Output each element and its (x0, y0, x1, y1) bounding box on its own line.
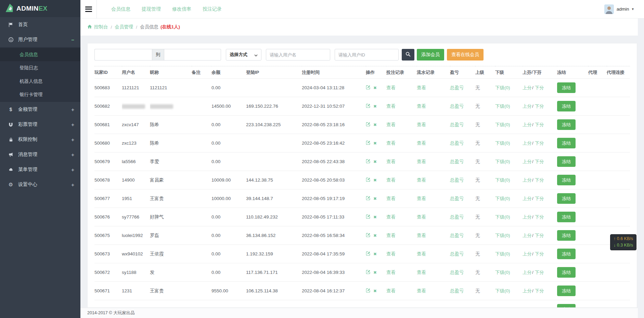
bet-records-link[interactable]: 查看 (386, 288, 396, 293)
subordinate-link[interactable]: 下级(0) (495, 141, 510, 146)
score-up-link[interactable]: 上分 (523, 159, 532, 164)
score-down-link[interactable]: 下分 (535, 122, 544, 127)
edit-icon[interactable] (366, 269, 371, 275)
sidebar-item-home[interactable]: 首页 (0, 17, 80, 32)
sidebar-item-menu-mgmt[interactable]: 菜单管理 + (0, 162, 80, 177)
freeze-button[interactable]: 冻结 (557, 156, 576, 167)
brand-logo[interactable]: ADMINEX (0, 0, 80, 17)
total-profit-link[interactable]: 总盈亏 (450, 288, 464, 293)
breadcrumb-section[interactable]: 会员管理 (115, 24, 133, 30)
score-down-link[interactable]: 下分 (535, 233, 544, 238)
flow-records-link[interactable]: 查看 (417, 233, 426, 238)
bet-records-link[interactable]: 查看 (386, 104, 396, 109)
flow-records-link[interactable]: 查看 (417, 288, 426, 293)
bet-records-link[interactable]: 查看 (386, 85, 396, 90)
freeze-button[interactable]: 冻结 (557, 304, 576, 308)
bet-records-link[interactable]: 查看 (386, 122, 396, 127)
freeze-button[interactable]: 冻结 (557, 267, 576, 278)
edit-icon[interactable] (366, 140, 371, 146)
freeze-button[interactable]: 冻结 (557, 119, 576, 130)
freeze-button[interactable]: 冻结 (557, 230, 576, 241)
subordinate-link[interactable]: 下级(0) (495, 104, 510, 109)
search-button[interactable] (402, 49, 414, 61)
subordinate-link[interactable]: 下级(0) (495, 270, 510, 275)
score-up-link[interactable]: 上分 (523, 177, 532, 183)
freeze-button[interactable]: 冻结 (557, 175, 576, 185)
sidebar-subitem-member-info[interactable]: 会员信息 (0, 48, 80, 61)
score-down-link[interactable]: 下分 (535, 141, 544, 146)
score-down-link[interactable]: 下分 (535, 270, 544, 275)
flow-records-link[interactable]: 查看 (417, 177, 426, 183)
flow-records-link[interactable]: 查看 (417, 104, 426, 109)
scrollbar[interactable] (638, 18, 644, 318)
flow-records-link[interactable]: 查看 (417, 122, 426, 127)
subordinate-link[interactable]: 下级(0) (495, 214, 510, 220)
total-profit-link[interactable]: 总盈亏 (450, 196, 464, 201)
edit-icon[interactable] (366, 251, 371, 257)
flow-records-link[interactable]: 查看 (417, 251, 426, 256)
topnav-link-member-info[interactable]: 会员信息 (111, 6, 130, 12)
score-up-link[interactable]: 上分 (523, 251, 532, 256)
freeze-button[interactable]: 冻结 (557, 193, 576, 204)
score-down-link[interactable]: 下分 (535, 104, 544, 109)
edit-icon[interactable] (366, 122, 371, 128)
score-up-link[interactable]: 上分 (523, 233, 532, 238)
score-up-link[interactable]: 上分 (523, 122, 532, 127)
total-profit-link[interactable]: 总盈亏 (450, 177, 464, 183)
date-from-input[interactable] (94, 49, 152, 61)
sidebar-subitem-robot-info[interactable]: 机器人信息 (0, 75, 80, 88)
flow-records-link[interactable]: 查看 (417, 196, 426, 201)
sidebar-subitem-login-log[interactable]: 登陆日志 (0, 61, 80, 75)
delete-icon[interactable]: ✖ (373, 159, 377, 164)
filter-type-select[interactable]: 选择方式 (226, 49, 261, 61)
score-up-link[interactable]: 上分 (523, 196, 532, 201)
score-down-link[interactable]: 下分 (535, 85, 544, 90)
user-menu[interactable]: admin ▾ (604, 4, 634, 14)
score-up-link[interactable]: 上分 (523, 104, 532, 109)
username-input[interactable] (266, 49, 330, 61)
subordinate-link[interactable]: 下级(0) (495, 159, 510, 164)
userid-input[interactable] (335, 49, 399, 61)
total-profit-link[interactable]: 总盈亏 (450, 214, 464, 220)
sidebar-item-lottery-mgmt[interactable]: 彩票管理 + (0, 117, 80, 132)
edit-icon[interactable] (366, 214, 371, 220)
score-up-link[interactable]: 上分 (523, 141, 532, 146)
menu-toggle-icon[interactable] (80, 0, 97, 18)
bet-records-link[interactable]: 查看 (386, 214, 396, 220)
freeze-button[interactable]: 冻结 (557, 138, 576, 148)
topnav-link-bet-records[interactable]: 投注记录 (203, 6, 222, 12)
total-profit-link[interactable]: 总盈亏 (450, 251, 464, 256)
subordinate-link[interactable]: 下级(0) (495, 288, 510, 293)
score-up-link[interactable]: 上分 (523, 85, 532, 90)
delete-icon[interactable]: ✖ (373, 252, 377, 256)
bet-records-link[interactable]: 查看 (386, 251, 396, 256)
total-profit-link[interactable]: 总盈亏 (450, 233, 464, 238)
flow-records-link[interactable]: 查看 (417, 159, 426, 164)
bet-records-link[interactable]: 查看 (386, 141, 396, 146)
delete-icon[interactable]: ✖ (373, 141, 377, 146)
flow-records-link[interactable]: 查看 (417, 141, 426, 146)
total-profit-link[interactable]: 总盈亏 (450, 270, 464, 275)
edit-icon[interactable] (366, 233, 371, 238)
view-online-members-button[interactable]: 查看在线会员 (447, 49, 484, 61)
subordinate-link[interactable]: 下级(0) (495, 85, 510, 90)
edit-icon[interactable] (366, 85, 371, 91)
delete-icon[interactable]: ✖ (373, 122, 377, 127)
sidebar-subitem-bankcard-mgmt[interactable]: 银行卡管理 (0, 88, 80, 101)
edit-icon[interactable] (366, 177, 371, 183)
delete-icon[interactable]: ✖ (373, 215, 377, 220)
sidebar-item-settings-center[interactable]: ⚙ 设置中心 + (0, 177, 80, 192)
score-down-link[interactable]: 下分 (535, 177, 544, 183)
total-profit-link[interactable]: 总盈亏 (450, 122, 464, 127)
topnav-link-withdrawal-mgmt[interactable]: 提现管理 (142, 6, 161, 12)
subordinate-link[interactable]: 下级(0) (495, 122, 510, 127)
delete-icon[interactable]: ✖ (373, 233, 377, 238)
score-down-link[interactable]: 下分 (535, 288, 544, 293)
flow-records-link[interactable]: 查看 (417, 214, 426, 220)
sidebar-item-money-mgmt[interactable]: $ 金额管理 + (0, 102, 80, 117)
topnav-link-odds-edit[interactable]: 修改倍率 (172, 6, 191, 12)
subordinate-link[interactable]: 下级(0) (495, 233, 510, 238)
sidebar-item-message-mgmt[interactable]: 消息管理 + (0, 147, 80, 162)
bet-records-link[interactable]: 查看 (386, 196, 396, 201)
bet-records-link[interactable]: 查看 (386, 233, 396, 238)
